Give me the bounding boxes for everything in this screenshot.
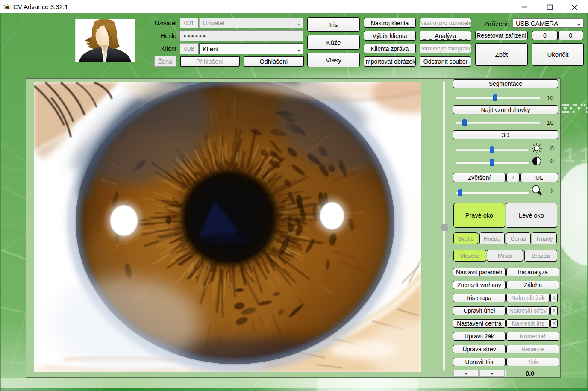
svg-text:0 1: 0 1 [562, 295, 588, 316]
svg-text:0 1: 0 1 [557, 176, 585, 199]
svg-text:1 1: 1 1 [564, 144, 588, 166]
